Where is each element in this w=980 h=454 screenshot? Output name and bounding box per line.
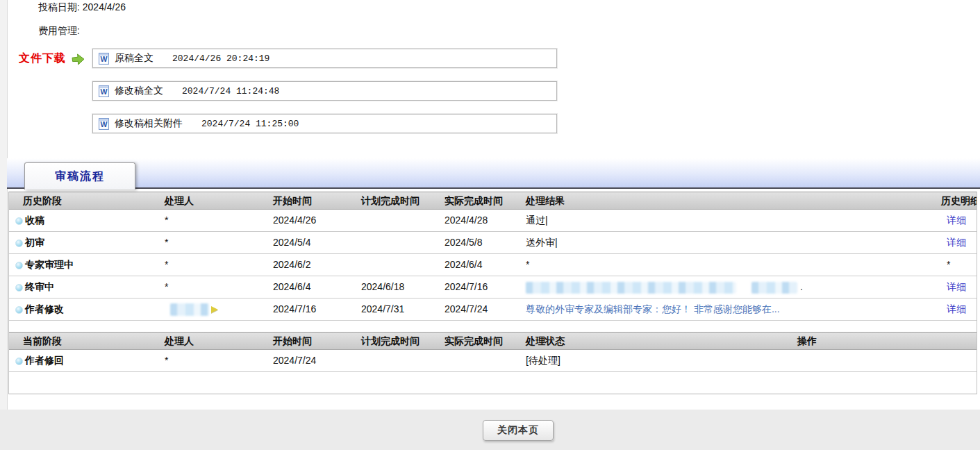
detail-link[interactable]: 详细 <box>947 210 966 231</box>
planned-finish: 2024/7/31 <box>361 299 404 320</box>
stage-bullet-icon <box>15 284 23 292</box>
stage-name: 专家审理中 <box>25 254 74 276</box>
status: [待处理] <box>526 350 560 371</box>
svg-text:W: W <box>100 87 107 96</box>
col-handler: 处理人 <box>165 192 194 210</box>
start-time: 2024/7/24 <box>273 350 316 371</box>
left-gutter <box>0 0 8 410</box>
handler: * <box>165 276 168 298</box>
result-trailing-dot: . <box>800 276 803 298</box>
table-row-author-revision: 作者修改 2024/7/16 2024/7/31 2024/7/24 尊敬的外审… <box>9 299 977 321</box>
file-name[interactable]: 原稿全文 <box>115 52 153 65</box>
actual-finish: 2024/4/28 <box>445 210 488 231</box>
table-row-expert-review: 专家审理中 * 2024/6/2 2024/6/4 * * <box>9 254 977 276</box>
start-time: 2024/7/16 <box>273 299 316 320</box>
detail-link[interactable]: 详细 <box>947 232 966 253</box>
file-download-label: 文件下载 <box>19 51 66 66</box>
table-row-received: 收稿 * 2024/4/26 2024/4/28 通过| 详细 <box>9 210 977 232</box>
handler: * <box>165 350 168 371</box>
file-name[interactable]: 修改稿全文 <box>115 85 163 97</box>
tab-bar: 审稿流程 <box>7 158 980 189</box>
file-timestamp: 2024/7/24 11:24:48 <box>182 86 279 96</box>
result-note[interactable]: 尊敬的外审专家及编辑部专家：您好！ 非常感谢您能够在... <box>526 299 780 320</box>
col-history-stage: 历史阶段 <box>23 192 62 210</box>
stage-bullet-icon <box>15 262 23 269</box>
col-action: 操作 <box>797 333 817 350</box>
redacted-result-blur <box>751 282 797 294</box>
close-page-button[interactable]: 关闭本页 <box>483 420 554 441</box>
col-status: 处理状态 <box>526 333 565 350</box>
stage-name: 收稿 <box>25 210 44 231</box>
detail-link[interactable]: 详细 <box>947 276 966 298</box>
submission-date: 投稿日期: 2024/4/26 <box>38 1 126 14</box>
result: 送外审| <box>526 232 558 253</box>
redacted-result-blur <box>526 282 736 294</box>
detail-placeholder: * <box>947 254 950 276</box>
history-table-header: 历史阶段 处理人 开始时间 计划完成时间 实际完成时间 处理结果 历史明细 <box>9 192 977 210</box>
file-timestamp: 2024/7/24 11:25:00 <box>201 119 299 129</box>
file-timestamp: 2024/4/26 20:24:19 <box>172 53 269 64</box>
yellow-arrow-icon <box>211 306 218 313</box>
start-time: 2024/4/26 <box>273 210 316 231</box>
stage-name: 作者修回 <box>25 350 64 371</box>
col-result: 处理结果 <box>526 192 565 210</box>
empty-table-row <box>9 372 977 394</box>
stage-bullet-icon <box>15 306 23 314</box>
stage-name: 初审 <box>25 232 44 253</box>
col-current-stage: 当前阶段 <box>23 333 62 350</box>
result: * <box>526 254 529 276</box>
actual-finish: 2024/7/24 <box>445 299 488 320</box>
svg-text:W: W <box>100 55 107 63</box>
col-planned-finish: 计划完成时间 <box>361 192 420 210</box>
file-row-original-manuscript[interactable]: W 原稿全文 2024/4/26 20:24:19 <box>92 49 557 68</box>
col-actual-finish: 实际完成时间 <box>445 192 503 210</box>
col-history-detail: 历史明细 <box>941 192 977 210</box>
stage-name: 终审中 <box>25 276 54 298</box>
handler: * <box>165 254 168 276</box>
actual-finish: 2024/6/4 <box>445 254 483 276</box>
tab-review-process[interactable]: 审稿流程 <box>24 162 135 190</box>
start-time: 2024/6/4 <box>273 276 311 298</box>
footer-band: 关闭本页 <box>0 410 980 450</box>
file-name[interactable]: 修改稿相关附件 <box>115 117 183 130</box>
col-actual-finish: 实际完成时间 <box>445 333 503 350</box>
stage-bullet-icon <box>15 217 23 225</box>
word-document-icon: W <box>98 118 110 130</box>
start-time: 2024/6/2 <box>273 254 311 276</box>
col-planned-finish: 计划完成时间 <box>361 333 420 350</box>
handler: * <box>165 232 168 253</box>
redacted-handler-blur <box>170 303 209 316</box>
stage-name: 作者修改 <box>25 299 64 320</box>
table-row-author-return: 作者修回 * 2024/7/24 [待处理] <box>9 350 977 372</box>
review-process-tables: 历史阶段 处理人 开始时间 计划完成时间 实际完成时间 处理结果 历史明细 收稿… <box>8 192 977 394</box>
handler: * <box>165 210 168 231</box>
actual-finish: 2024/5/8 <box>445 232 483 253</box>
col-start-time: 开始时间 <box>273 333 312 350</box>
start-time: 2024/5/4 <box>273 232 311 253</box>
word-document-icon: W <box>98 53 110 65</box>
actual-finish: 2024/7/16 <box>445 276 488 298</box>
stage-bullet-icon <box>15 358 23 365</box>
col-handler: 处理人 <box>165 333 194 350</box>
file-row-revision-attachment[interactable]: W 修改稿相关附件 2024/7/24 11:25:00 <box>92 114 557 133</box>
stage-bullet-icon <box>15 239 23 247</box>
table-row-final-review: 终审中 * 2024/6/4 2024/6/18 2024/7/16 . 详细 <box>9 276 977 299</box>
result: 通过| <box>526 210 548 231</box>
fee-management-label: 费用管理: <box>38 25 80 37</box>
green-right-arrow-icon <box>72 53 85 65</box>
manuscript-review-page: 投稿日期: 2024/4/26 费用管理: 文件下载 W 原稿全文 2024/4… <box>0 0 980 454</box>
svg-text:W: W <box>100 120 107 128</box>
word-document-icon: W <box>98 85 110 97</box>
detail-link[interactable]: 详细 <box>947 299 966 320</box>
file-row-revised-manuscript[interactable]: W 修改稿全文 2024/7/24 11:24:48 <box>92 81 557 101</box>
current-table-header: 当前阶段 处理人 开始时间 计划完成时间 实际完成时间 处理状态 操作 <box>9 332 977 350</box>
planned-finish: 2024/6/18 <box>361 276 404 298</box>
table-row-first-review: 初审 * 2024/5/4 2024/5/8 送外审| 详细 <box>9 232 977 254</box>
col-start-time: 开始时间 <box>273 192 312 210</box>
